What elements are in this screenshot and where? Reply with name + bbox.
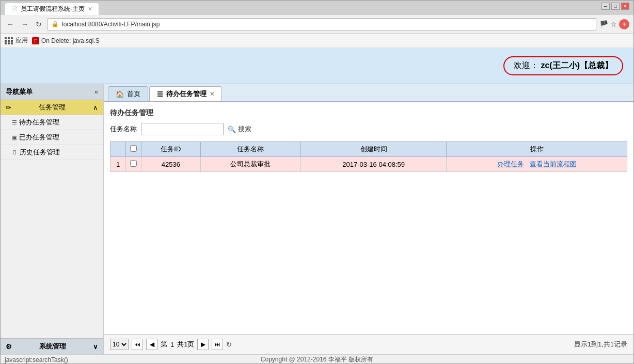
row-actions: 办理任务 查看当前流程图 [447,157,627,172]
sidebar-system-footer[interactable]: ⚙ 系统管理 ∨ [1,338,103,354]
col-task-id: 任务ID [141,142,201,157]
tab-home-label: 首页 [127,89,140,99]
app-header: 欢迎： zc(王二小)【总裁】 [1,48,633,84]
status-center-text: Copyright @ 2012-2016 李福平 版权所有 [261,355,373,364]
sidebar-task-section: ✏ 任务管理 ∧ ☰ 待办任务管理 ▣ 已办任务管理 🗒 历史任务管理 [1,100,103,160]
bookmark-item[interactable]: □ On Delete: java.sql.S [32,37,100,44]
col-num [110,142,126,157]
view-process-diagram-button[interactable]: 查看当前流程图 [530,160,577,169]
last-page-button[interactable]: ⏭ [212,339,223,350]
star-icon-button[interactable]: ☆ [610,19,617,29]
welcome-banner: 欢迎： zc(王二小)【总裁】 [503,56,623,75]
sidebar-item-done-tasks[interactable]: ▣ 已办任务管理 [1,130,103,145]
close-button[interactable]: ✕ [621,3,629,10]
next-page-button[interactable]: ▶ [197,339,209,350]
address-text: localhost:8080/Activiti-LFP/main.jsp [62,21,160,28]
bookmarks-icon-button[interactable]: 🏴 [599,19,608,29]
address-bar[interactable]: 🔒 localhost:8080/Activiti-LFP/main.jsp [47,18,596,30]
tab-pending-icon: ☰ [157,90,163,98]
sidebar-item-pending-tasks[interactable]: ☰ 待办任务管理 [1,115,103,130]
forward-button[interactable]: → [19,19,30,29]
status-bar: javascript:searchTask() Copyright @ 2012… [1,354,633,364]
row-task-name: 公司总裁审批 [200,157,301,172]
tab-home-icon: 🏠 [116,90,124,98]
browser-tab-bar: 📄 员工请假流程系统-主页 ✕ [1,1,633,15]
pagination-summary: 显示1到1,共1记录 [574,340,627,349]
prev-page-button[interactable]: ◀ [146,339,157,350]
page-title: 待办任务管理 [110,108,627,118]
lock-icon: 🔒 [52,21,59,27]
window-controls: ─ □ ✕ [601,3,629,10]
maximize-button[interactable]: □ [611,3,620,10]
tab-bar: 🏠 首页 ☰ 待办任务管理 ✕ [104,84,633,102]
welcome-user: zc(王二小)【总裁】 [541,61,613,70]
sidebar-footer-label: 系统管理 [39,342,66,351]
sidebar-collapse-button[interactable]: « [94,88,98,96]
content-area: 待办任务管理 任务名称 🔍 搜索 [104,102,633,334]
pagination-bar: 10 20 50 ⏮ ◀ 第 1 共1页 ▶ ⏭ ↻ 显示1到1,共1记录 [104,334,633,354]
search-btn-label: 搜索 [238,124,251,134]
search-icon: 🔍 [228,125,236,133]
col-created-time: 创建时间 [301,142,447,157]
tab-page-icon: 📄 [11,6,18,12]
tab-close-icon[interactable]: ✕ [88,6,92,12]
col-checkbox-header [126,142,141,157]
handle-task-button[interactable]: 办理任务 [497,160,524,169]
sidebar-nav-label: 导航菜单 [6,87,33,97]
main-content: 🏠 首页 ☰ 待办任务管理 ✕ 待办任务管理 任务名称 🔍 [104,84,633,354]
col-task-name: 任务名称 [200,142,301,157]
sidebar-section-chevron: ∧ [93,104,98,112]
bookmarks-bar: 应用 □ On Delete: java.sql.S [1,34,633,48]
bookmark-label: On Delete: java.sql.S [41,37,100,44]
search-bar: 任务名称 🔍 搜索 [110,123,627,135]
tab-title: 员工请假流程系统-主页 [21,5,85,13]
minimize-button[interactable]: ─ [601,3,610,10]
tab-pending-close-icon[interactable]: ✕ [210,91,214,98]
tab-pending-label: 待办任务管理 [166,89,207,99]
search-label: 任务名称 [110,124,137,134]
total-pages-label: 共1页 [177,340,194,349]
select-all-checkbox[interactable] [130,145,137,152]
apps-label: 应用 [15,36,28,45]
app-body: 导航菜单 « ✏ 任务管理 ∧ ☰ 待办任务管理 ▣ 已办任务管理 � [1,84,633,354]
table-row: 1 42536 公司总裁审批 2017-03-16 04:08:59 办理任务 … [110,157,627,172]
status-left-text: javascript:searchTask() [5,356,68,363]
extension-icon-button[interactable]: + [619,19,629,29]
sidebar-footer-icon: ⚙ [6,343,12,351]
sidebar-section-label: 任务管理 [39,103,66,112]
page-label-prefix: 第 [161,340,167,349]
row-checkbox[interactable] [130,160,137,167]
welcome-prefix: 欢迎： [514,61,538,70]
search-button[interactable]: 🔍 搜索 [228,124,251,134]
sidebar-section-header[interactable]: ✏ 任务管理 ∧ [1,100,103,115]
tab-pending-tasks[interactable]: ☰ 待办任务管理 ✕ [149,86,222,101]
sidebar-footer-chevron: ∨ [93,343,98,351]
row-created-time: 2017-03-16 04:08:59 [301,157,447,172]
task-table: 任务ID 任务名称 创建时间 操作 1 42536 公司总裁审批 2017-0 [110,141,627,172]
sidebar-item-label-pending: 待办任务管理 [19,118,59,127]
first-page-button[interactable]: ⏮ [132,339,143,350]
sidebar: 导航菜单 « ✏ 任务管理 ∧ ☰ 待办任务管理 ▣ 已办任务管理 � [1,84,104,354]
browser-tab[interactable]: 📄 员工请假流程系统-主页 ✕ [5,3,99,15]
reload-button[interactable]: ↻ [34,19,44,29]
page-size-select[interactable]: 10 20 50 [110,339,129,350]
sidebar-item-label-done: 已办任务管理 [19,133,59,142]
row-checkbox-cell [126,157,141,172]
pagination-left: 10 20 50 ⏮ ◀ 第 1 共1页 ▶ ⏭ ↻ [110,339,232,350]
sidebar-header: 导航菜单 « [1,84,103,100]
history-tasks-icon: 🗒 [12,149,18,155]
back-button[interactable]: ← [5,19,16,29]
browser-toolbar: ← → ↻ 🔒 localhost:8080/Activiti-LFP/main… [1,15,633,34]
apps-button[interactable]: 应用 [5,36,28,45]
sidebar-item-label-history: 历史任务管理 [20,148,60,157]
row-num: 1 [110,157,126,172]
search-input[interactable] [141,123,224,135]
tab-home[interactable]: 🏠 首页 [108,86,148,101]
refresh-button[interactable]: ↻ [226,341,232,349]
col-action: 操作 [447,142,627,157]
pending-tasks-icon: ☰ [12,119,17,126]
done-tasks-icon: ▣ [12,134,17,141]
bookmark-icon: □ [32,37,39,44]
sidebar-item-history-tasks[interactable]: 🗒 历史任务管理 [1,145,103,160]
toolbar-icons: 🏴 ☆ + [599,19,629,29]
